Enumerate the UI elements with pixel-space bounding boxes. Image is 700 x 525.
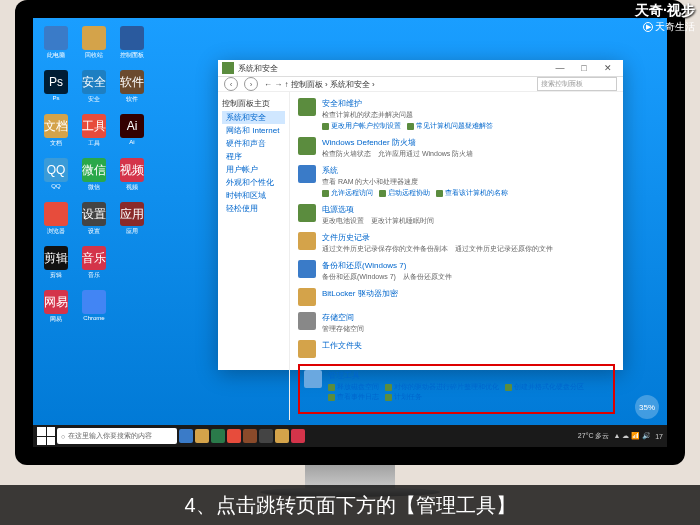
category-title[interactable]: 备份和还原(Windows 7): [322, 260, 615, 271]
category-icon: [298, 260, 316, 278]
sidebar-item[interactable]: 用户帐户: [222, 163, 285, 176]
category-title[interactable]: BitLocker 驱动器加密: [322, 288, 615, 299]
category-icon: [298, 204, 316, 222]
back-button[interactable]: ‹: [224, 77, 238, 91]
shield-icon: [222, 62, 234, 74]
desktop-icon[interactable]: PsPs: [41, 70, 71, 108]
category-icon: [298, 232, 316, 250]
desktop-icon[interactable]: 设置设置: [79, 202, 109, 240]
close-button[interactable]: ✕: [597, 60, 619, 76]
instruction-caption: 4、点击跳转页面下方的【管理工具】: [0, 485, 700, 525]
monitor-frame: 此电脑回收站控制面板PsPs安全安全软件软件文档文档工具工具AiAiQQQQ微信…: [15, 0, 685, 465]
taskbar-app-icon[interactable]: [227, 429, 241, 443]
desktop-icon[interactable]: 音乐音乐: [79, 246, 109, 284]
category-icon: [298, 165, 316, 183]
category-link[interactable]: 更改用户帐户控制设置: [322, 121, 401, 131]
desktop-icon[interactable]: 应用应用: [117, 202, 147, 240]
category-item: Windows Defender 防火墙检查防火墙状态 允许应用通过 Windo…: [298, 137, 615, 159]
admin-tool-link[interactable]: 创建并格式化硬盘分区: [505, 382, 584, 392]
category-title[interactable]: 电源选项: [322, 204, 615, 215]
desktop-icon[interactable]: AiAi: [117, 114, 147, 152]
admin-tools-title[interactable]: 管理工具: [328, 370, 609, 381]
category-link[interactable]: 允许远程访问: [322, 188, 373, 198]
sidebar-item[interactable]: 轻松使用: [222, 202, 285, 215]
category-icon: [298, 137, 316, 155]
category-icon: [298, 98, 316, 116]
category-icon: [298, 288, 316, 306]
taskbar: ○在这里输入你要搜索的内容 27°C 多云 ▲ ☁ 📶 🔊 17: [33, 425, 667, 447]
category-icon: [298, 340, 316, 358]
taskbar-app-icon[interactable]: [195, 429, 209, 443]
desktop-icon[interactable]: 软件软件: [117, 70, 147, 108]
category-item: BitLocker 驱动器加密: [298, 288, 615, 306]
maximize-button[interactable]: □: [573, 60, 595, 76]
category-link[interactable]: 查看该计算机的名称: [436, 188, 508, 198]
taskbar-search[interactable]: ○在这里输入你要搜索的内容: [57, 428, 177, 444]
taskbar-app-icon[interactable]: [275, 429, 289, 443]
desktop-icon[interactable]: 工具工具: [79, 114, 109, 152]
desktop-icon[interactable]: 微信微信: [79, 158, 109, 196]
category-item: 存储空间管理存储空间: [298, 312, 615, 334]
watermark-top: 天奇·视步: [635, 2, 695, 20]
weather-badge[interactable]: 35%: [635, 395, 659, 419]
sidebar-item[interactable]: 系统和安全: [222, 111, 285, 124]
desktop-icon[interactable]: 网易网易: [41, 290, 71, 328]
sidebar-item[interactable]: 时钟和区域: [222, 189, 285, 202]
window-titlebar[interactable]: 系统和安全 — □ ✕: [218, 60, 623, 77]
desktop-icon[interactable]: 视频视频: [117, 158, 147, 196]
desktop-icon[interactable]: 剪辑剪辑: [41, 246, 71, 284]
sidebar-item[interactable]: 外观和个性化: [222, 176, 285, 189]
category-item: 工作文件夹: [298, 340, 615, 358]
desktop-icon[interactable]: 控制面板: [117, 26, 147, 64]
breadcrumb[interactable]: ← → ↑ 控制面板 › 系统和安全 ›: [264, 79, 531, 90]
minimize-button[interactable]: —: [549, 60, 571, 76]
admin-tools-section: 管理工具 释放磁盘空间对你的驱动器进行碎片整理和优化创建并格式化硬盘分区查看事件…: [298, 364, 615, 414]
category-title[interactable]: Windows Defender 防火墙: [322, 137, 615, 148]
desktop-icon[interactable]: Chrome: [79, 290, 109, 328]
desktop-icon[interactable]: 安全安全: [79, 70, 109, 108]
sidebar-header[interactable]: 控制面板主页: [222, 98, 285, 109]
taskbar-app-icon[interactable]: [179, 429, 193, 443]
admin-tool-link[interactable]: 计划任务: [385, 392, 422, 402]
category-item: 文件历史记录通过文件历史记录保存你的文件备份副本 通过文件历史记录还原你的文件: [298, 232, 615, 254]
start-button[interactable]: [37, 427, 55, 445]
category-title[interactable]: 文件历史记录: [322, 232, 615, 243]
admin-tools-icon: [304, 370, 322, 388]
admin-tool-link[interactable]: 对你的驱动器进行碎片整理和优化: [385, 382, 499, 392]
admin-tool-link[interactable]: 释放磁盘空间: [328, 382, 379, 392]
category-link[interactable]: 常见计算机问题疑难解答: [407, 121, 493, 131]
taskbar-app-icon[interactable]: [243, 429, 257, 443]
taskbar-app-icon[interactable]: [259, 429, 273, 443]
sidebar: 控制面板主页 系统和安全网络和 Internet硬件和声音程序用户帐户外观和个性…: [218, 92, 290, 420]
admin-tool-link[interactable]: 查看事件日志: [328, 392, 379, 402]
category-item: 安全和维护检查计算机的状态并解决问题更改用户帐户控制设置常见计算机问题疑难解答: [298, 98, 615, 131]
category-title[interactable]: 系统: [322, 165, 615, 176]
content-area: 安全和维护检查计算机的状态并解决问题更改用户帐户控制设置常见计算机问题疑难解答W…: [290, 92, 623, 420]
desktop-icon[interactable]: 回收站: [79, 26, 109, 64]
category-title[interactable]: 工作文件夹: [322, 340, 615, 351]
search-input[interactable]: 搜索控制面板: [537, 77, 617, 91]
desktop-icon[interactable]: QQQQ: [41, 158, 71, 196]
category-item: 电源选项更改电池设置 更改计算机睡眠时间: [298, 204, 615, 226]
desktop-icon[interactable]: 文档文档: [41, 114, 71, 152]
category-link[interactable]: 启动远程协助: [379, 188, 430, 198]
desktop-screen: 此电脑回收站控制面板PsPs安全安全软件软件文档文档工具工具AiAiQQQQ微信…: [33, 18, 667, 447]
category-title[interactable]: 存储空间: [322, 312, 615, 323]
watermark-sub: ▶天奇生活: [643, 20, 695, 34]
control-panel-window: 系统和安全 — □ ✕ ‹ › ← → ↑ 控制面板 › 系统和安全 › 搜索控…: [218, 60, 623, 370]
address-bar: ‹ › ← → ↑ 控制面板 › 系统和安全 › 搜索控制面板: [218, 77, 623, 92]
sidebar-item[interactable]: 网络和 Internet: [222, 124, 285, 137]
window-title: 系统和安全: [238, 63, 549, 74]
desktop-icon[interactable]: 浏览器: [41, 202, 71, 240]
forward-button[interactable]: ›: [244, 77, 258, 91]
desktop-icon[interactable]: 此电脑: [41, 26, 71, 64]
taskbar-app-icon[interactable]: [211, 429, 225, 443]
category-item: 系统查看 RAM 的大小和处理器速度允许远程访问启动远程协助查看该计算机的名称: [298, 165, 615, 198]
sidebar-item[interactable]: 硬件和声音: [222, 137, 285, 150]
category-title[interactable]: 安全和维护: [322, 98, 615, 109]
desktop-icons-area: 此电脑回收站控制面板PsPs安全安全软件软件文档文档工具工具AiAiQQQQ微信…: [41, 26, 147, 328]
category-icon: [298, 312, 316, 330]
system-tray[interactable]: 27°C 多云 ▲ ☁ 📶 🔊 17: [578, 431, 663, 441]
sidebar-item[interactable]: 程序: [222, 150, 285, 163]
taskbar-app-icon[interactable]: [291, 429, 305, 443]
